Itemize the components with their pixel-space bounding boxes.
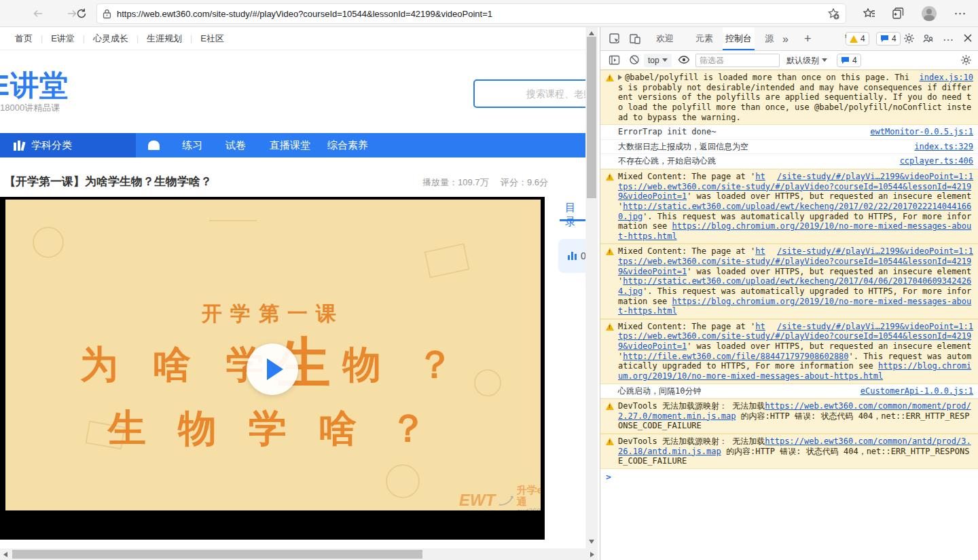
url-text[interactable]: https://web.ewt360.com/site-study/#/play… (117, 9, 827, 19)
collections-icon[interactable] (890, 5, 906, 22)
horizontal-scroll-thumb[interactable] (12, 550, 422, 559)
catalog-item-1[interactable]: 01 (558, 239, 585, 273)
console-sidebar-icon[interactable] (609, 54, 620, 69)
console-source-link[interactable]: /site-study/#/playVi…2199&videoPoint=1:1 (777, 246, 973, 257)
devtools-tabbar: 欢迎元素控制台源 » + 4 4 ⋯ (600, 27, 978, 51)
profile-avatar[interactable] (921, 5, 937, 22)
console-source-link[interactable]: index.ts:329 (914, 142, 973, 152)
play-button[interactable] (247, 343, 298, 395)
console-link[interactable]: http://static.ewt360.com/upload/ewt/kech… (618, 276, 971, 296)
chevron-down-icon (822, 58, 827, 62)
video-player[interactable]: 开学第一课 为 啥 学生物 ？ 生 物 学 啥 ？ EWT 升学e网通 ewt3… (0, 197, 545, 540)
console-message-list: index.js:10@babel/polyfill is loaded mor… (600, 70, 978, 560)
nav-item-0[interactable]: 练习 (182, 133, 202, 157)
console-message: DevTools 无法加载源映射： 无法加载https://web.ewt360… (600, 434, 978, 469)
devtools-settings-icon[interactable] (903, 33, 915, 47)
console-source-link[interactable]: ewtMonitor-0.0.5.js:1 (870, 127, 973, 137)
scroll-right-arrow[interactable] (590, 552, 594, 557)
feedback-people-icon[interactable] (922, 33, 935, 48)
horizontal-scrollbar[interactable] (0, 548, 598, 560)
nav-subject-categories[interactable]: 学科分类 (0, 133, 136, 157)
clear-console-icon[interactable] (629, 54, 640, 68)
add-tab-icon[interactable]: + (804, 32, 812, 46)
slide-question-2: 生 物 学 啥 ？ (5, 403, 541, 455)
console-link[interactable]: https://blog.chromium.org/2019/10/no-mor… (618, 297, 971, 316)
console-message: /site-study/#/playVi…2199&videoPoint=1:1… (600, 319, 978, 384)
catalog-item-2[interactable]: 02 (558, 278, 585, 312)
console-message: index.js:10@babel/polyfill is loaded mor… (600, 70, 978, 125)
console-settings-icon[interactable] (960, 54, 972, 69)
add-favorite-icon[interactable] (827, 7, 840, 20)
inspect-element-icon[interactable] (609, 33, 621, 48)
devtools-tab-0[interactable]: 欢迎 (653, 27, 676, 50)
devtools-panel: 欢迎元素控制台源 » + 4 4 ⋯ top (600, 27, 978, 560)
expand-caret-icon[interactable] (618, 75, 622, 80)
back-icon[interactable] (30, 5, 46, 22)
messages-badge[interactable]: 4 (876, 32, 901, 45)
scroll-down-arrow[interactable] (589, 540, 594, 544)
devtools-tab-1[interactable]: 元素 (693, 27, 716, 50)
devtools-menu-icon[interactable]: ⋯ (943, 33, 954, 46)
console-link[interactable]: https://web.ewt360.com/common/antd/prod/… (618, 436, 971, 456)
speech-bubble-icon (841, 56, 850, 64)
rating-stat: 评分：9.6分 (501, 176, 548, 189)
home-icon[interactable] (148, 141, 160, 150)
more-tabs-icon[interactable]: » (782, 33, 789, 45)
refresh-icon[interactable] (73, 5, 90, 22)
nav-item-2[interactable]: 直播课堂 (270, 133, 310, 157)
chevron-down-icon (662, 58, 668, 62)
console-source-link[interactable]: ccplayer.ts:406 (900, 156, 973, 166)
bookmark-item-3[interactable]: 生涯规划 (139, 33, 190, 45)
warning-icon (606, 438, 614, 445)
warning-icon (850, 35, 858, 43)
devtools-tab-2[interactable]: 控制台 (723, 27, 755, 50)
tab-catalog[interactable]: 目录 (565, 201, 585, 229)
console-link[interactable]: https://blog.chromium.org/2019/10/no-mor… (618, 361, 971, 381)
favorites-icon[interactable] (861, 5, 877, 22)
speech-bubble-icon (880, 35, 889, 43)
slide-heading: 开学第一课 (5, 300, 541, 328)
nav-item-3[interactable]: 综合素养 (327, 133, 368, 157)
console-source-link[interactable]: /site-study/#/playVi…2199&videoPoint=1:1 (777, 172, 973, 182)
warning-icon (606, 173, 614, 181)
site-logo[interactable]: E讲堂 (0, 67, 69, 105)
bookmark-item-1[interactable]: E讲堂 (43, 33, 83, 45)
url-bar[interactable]: https://web.ewt360.com/site-study/#/play… (96, 3, 846, 24)
nav-item-1[interactable]: 试卷 (225, 133, 246, 157)
books-icon (14, 141, 24, 151)
lesson-title-row: 【开学第一课】为啥学生物？生物学啥？ 播放量：109.7万 评分：9.6分 (0, 171, 585, 195)
console-source-link[interactable]: eCustomerApi-1.0.0.js:1 (861, 386, 973, 396)
console-message: ccplayer.ts:406不存在心跳，开始启动心跳 (600, 154, 978, 169)
warning-icon (606, 74, 614, 81)
console-link[interactable]: https://web.ewt360.com/common/moment/pro… (618, 401, 971, 421)
vertical-scroll-thumb[interactable] (587, 37, 596, 198)
console-link[interactable]: http://file.ewt360.com/file/884471797908… (623, 352, 848, 361)
console-link[interactable]: http://static.ewt360.com/upload/ewt/kech… (618, 202, 971, 221)
devtools-tab-3[interactable]: 源 (762, 27, 776, 50)
bookmark-item-4[interactable]: E社区 (192, 33, 232, 45)
console-filter-input[interactable] (695, 54, 780, 67)
vertical-scrollbar[interactable] (585, 27, 598, 548)
site-tagline: 18000讲精品课 (0, 102, 60, 114)
console-source-link[interactable]: /site-study/#/playVi…2199&videoPoint=1:1 (777, 322, 973, 332)
tab-active-underline (560, 219, 585, 221)
device-toolbar-icon[interactable] (629, 33, 641, 48)
warnings-badge[interactable]: 4 (846, 32, 869, 45)
bookmark-item-0[interactable]: 首页 (7, 33, 41, 45)
browser-menu-icon[interactable]: ⋯ (952, 5, 968, 22)
console-messages-badge[interactable]: 4 (837, 54, 861, 67)
eye-icon[interactable] (678, 54, 690, 68)
console-prompt[interactable]: > (600, 469, 978, 485)
scroll-left-arrow[interactable] (3, 552, 7, 557)
scroll-up-arrow[interactable] (589, 31, 594, 35)
bookmark-item-2[interactable]: 心灵成长 (85, 33, 137, 45)
log-levels-dropdown[interactable]: 默认级别 (786, 54, 827, 67)
context-selector[interactable]: top (644, 54, 672, 67)
search-input[interactable] (473, 79, 598, 108)
console-source-link[interactable]: index.js:10 (920, 73, 973, 83)
console-link[interactable]: https://blog.chromium.org/2019/10/no-mor… (618, 221, 971, 241)
devtools-close-icon[interactable] (963, 33, 973, 45)
warning-icon (606, 248, 614, 255)
watermark-swoosh-icon (498, 491, 514, 509)
console-message: DevTools 无法加载源映射： 无法加载https://web.ewt360… (600, 398, 978, 434)
